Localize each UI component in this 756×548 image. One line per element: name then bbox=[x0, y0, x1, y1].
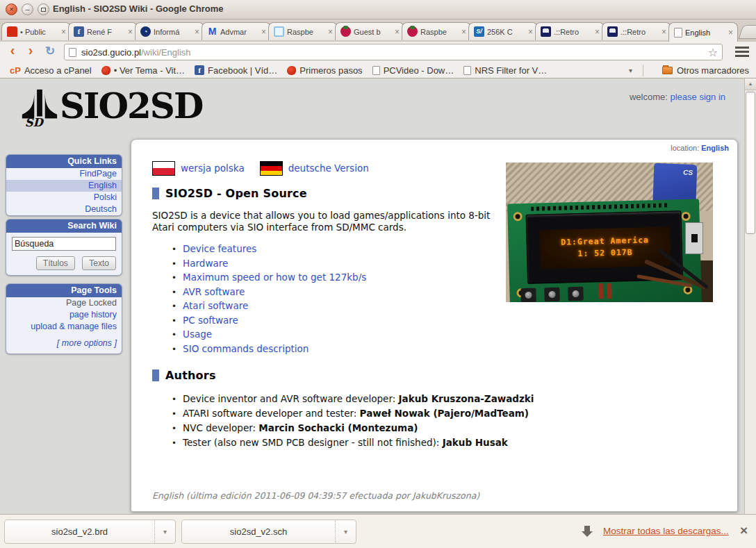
scrollbar-thumb[interactable] bbox=[746, 92, 755, 234]
page-history-link[interactable]: page history bbox=[69, 310, 117, 319]
tab-close-icon[interactable]: × bbox=[593, 28, 601, 35]
pixel-creature-icon bbox=[7, 26, 17, 37]
upload-manage-files-link[interactable]: upload & manage files bbox=[31, 322, 117, 331]
download-dropdown-icon[interactable]: ▾ bbox=[154, 520, 175, 543]
window-close-button[interactable]: × bbox=[6, 3, 17, 15]
url-text[interactable]: sio2sd.gucio.pl/wiki/English bbox=[81, 47, 708, 58]
bookmark-cpanel[interactable]: cP Acceso a cPanel bbox=[10, 65, 92, 76]
scroll-up-icon[interactable]: ▲ bbox=[745, 78, 756, 90]
avr-software-link[interactable]: AVR software bbox=[183, 286, 245, 297]
tab-close-icon[interactable]: × bbox=[527, 28, 534, 35]
bookmarks-bar: cP Acceso a cPanel • Ver Tema - Vit… f F… bbox=[0, 63, 756, 78]
tab-retro-1[interactable]: .::Retro × bbox=[535, 22, 605, 40]
tab-strip: • Public × f René F × ◔ Informá × M Advm… bbox=[0, 19, 756, 42]
cube-icon bbox=[274, 26, 284, 37]
page-favicon-icon bbox=[69, 48, 76, 57]
page-tools-title: Page Tools bbox=[6, 284, 122, 297]
tab-advmar[interactable]: M Advmar × bbox=[202, 22, 271, 40]
hardware-link[interactable]: Hardware bbox=[183, 258, 228, 269]
germany-flag-icon[interactable] bbox=[260, 161, 283, 176]
tab-public[interactable]: • Public × bbox=[1, 22, 71, 40]
sidebar-item-findpage[interactable]: FindPage bbox=[79, 169, 117, 178]
tab-retro-2[interactable]: .::Retro × bbox=[602, 22, 671, 40]
bookmark-nrs[interactable]: NRS Filter for V… bbox=[463, 65, 547, 76]
sidebar-item-deutsch[interactable]: Deutsch bbox=[85, 204, 117, 214]
pc-software-link[interactable]: PC software bbox=[183, 315, 238, 326]
download-item-sch[interactable]: sio2sd_v2.sch ▾ bbox=[181, 520, 356, 544]
pcb-board: D1:Great America1: 52 017B bbox=[507, 199, 702, 302]
tab-close-icon[interactable]: × bbox=[193, 28, 201, 35]
tab-rene[interactable]: f René F × bbox=[68, 22, 138, 40]
last-edited-footer: English (última edición 2011-06-09 04:39… bbox=[152, 490, 479, 501]
folder-icon bbox=[662, 67, 673, 74]
page-tools-box: Page Tools Page Locked page history uplo… bbox=[6, 283, 122, 354]
page-title: SIO2SD - Open Source bbox=[165, 187, 307, 200]
document-icon bbox=[463, 66, 471, 75]
tab-close-icon[interactable]: × bbox=[393, 28, 401, 35]
download-item-brd[interactable]: sio2sd_v2.brd ▾ bbox=[4, 520, 176, 544]
sio2sd-device-photo: CS D1:Great America1: 52 017B bbox=[506, 163, 713, 302]
tab-close-icon[interactable]: × bbox=[260, 28, 268, 35]
text-button[interactable]: Texto bbox=[82, 256, 116, 270]
poland-flag-icon[interactable] bbox=[152, 161, 175, 176]
tab-close-icon[interactable]: × bbox=[727, 29, 734, 36]
download-arrow-icon bbox=[584, 526, 590, 531]
bookmark-pcvideo[interactable]: PCVideo - Dow… bbox=[372, 65, 454, 76]
bookmark-primeros[interactable]: Primeros pasos bbox=[287, 65, 362, 76]
author-item: ATARI software developer and tester: Paw… bbox=[172, 406, 718, 421]
search-input[interactable] bbox=[12, 237, 116, 251]
address-bar[interactable]: sio2sd.gucio.pl/wiki/English ☆ bbox=[64, 44, 723, 60]
tab-raspbe-1[interactable]: Raspbe × bbox=[268, 22, 338, 40]
show-all-downloads-link[interactable]: Mostrar todas las descargas... bbox=[603, 526, 729, 536]
download-bar-close-icon[interactable]: × bbox=[740, 523, 748, 538]
reload-button[interactable]: ↻ bbox=[42, 44, 58, 58]
sidebar-item-english[interactable]: English bbox=[88, 181, 117, 190]
bookmark-ver-tema[interactable]: • Ver Tema - Vit… bbox=[101, 65, 185, 76]
logo-wordmark: SIO2SD bbox=[60, 87, 202, 126]
chrome-menu-icon[interactable] bbox=[735, 47, 749, 49]
bookmark-facebook[interactable]: f Facebook | Víd… bbox=[195, 65, 277, 76]
new-tab-button[interactable] bbox=[739, 25, 756, 39]
window-maximize-button[interactable] bbox=[38, 3, 49, 15]
german-version-link[interactable]: deutsche Version bbox=[288, 163, 369, 174]
tab-guest[interactable]: Guest b × bbox=[335, 22, 404, 40]
tab-close-icon[interactable]: × bbox=[460, 28, 468, 35]
window-minimize-button[interactable]: – bbox=[22, 3, 33, 15]
device-features-link[interactable]: Device features bbox=[183, 243, 256, 254]
authors-list: Device inventor and AVR software develop… bbox=[172, 392, 718, 450]
tab-raspbe-2[interactable]: Raspbe × bbox=[402, 22, 471, 40]
other-bookmarks-button[interactable]: Otros marcadores bbox=[662, 65, 749, 76]
sio-commands-link[interactable]: SIO commands description bbox=[183, 343, 309, 354]
usage-link[interactable]: Usage bbox=[183, 329, 212, 340]
facebook-icon: f bbox=[74, 26, 84, 37]
sidebar-item-polski[interactable]: Polski bbox=[94, 192, 117, 202]
tab-informa[interactable]: ◔ Informá × bbox=[135, 22, 204, 40]
facebook-icon: f bbox=[195, 65, 204, 75]
search-wiki-box: Search Wiki Títulos Texto bbox=[6, 219, 122, 276]
sign-in-link[interactable]: please sign in bbox=[671, 92, 726, 102]
page-scrollbar[interactable]: ▲ bbox=[744, 78, 756, 514]
atari-software-link[interactable]: Atari software bbox=[183, 300, 248, 311]
page-viewport: SD SIO2SD welcome: please sign in Quick … bbox=[0, 78, 756, 514]
bookmarks-overflow-icon[interactable]: ▾ bbox=[629, 67, 632, 74]
back-button[interactable]: ‹ bbox=[4, 42, 21, 58]
bird-icon bbox=[101, 66, 110, 75]
polish-version-link[interactable]: wersja polska bbox=[181, 163, 245, 174]
tab-close-icon[interactable]: × bbox=[327, 28, 334, 35]
authors-title: Authors bbox=[165, 369, 216, 382]
more-options-link[interactable]: [ more options ] bbox=[57, 338, 117, 348]
tab-256k[interactable]: S/ 256K C × bbox=[468, 22, 538, 40]
bookmark-star-icon[interactable]: ☆ bbox=[708, 46, 718, 59]
download-dropdown-icon[interactable]: ▾ bbox=[335, 520, 356, 543]
maximum-speed-link[interactable]: Maximum speed or how to get 127kb/s bbox=[183, 272, 366, 283]
tab-close-icon[interactable]: × bbox=[60, 28, 67, 35]
forward-button[interactable]: › bbox=[22, 42, 39, 58]
heading-marker bbox=[152, 188, 159, 199]
titles-button[interactable]: Títulos bbox=[36, 256, 75, 270]
invader-icon bbox=[541, 26, 551, 37]
tab-close-icon[interactable]: × bbox=[126, 28, 134, 35]
location-english-link[interactable]: English bbox=[701, 144, 729, 152]
tab-close-icon[interactable]: × bbox=[660, 28, 668, 35]
sd-slot-connector bbox=[685, 222, 703, 254]
tab-english-active[interactable]: English × bbox=[668, 22, 738, 42]
